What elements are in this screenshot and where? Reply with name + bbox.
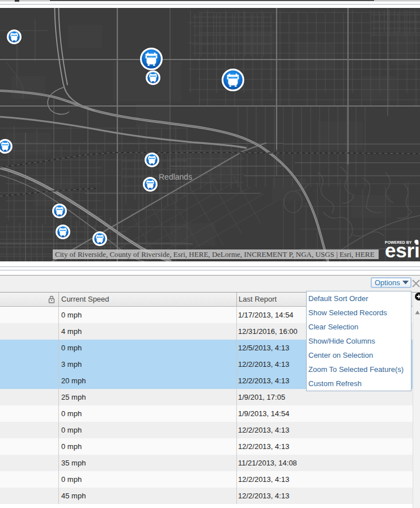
svg-text:Redlands: Redlands (159, 172, 192, 181)
svg-text:City of Riverside, County of R: City of Riverside, County of Riverside, … (55, 250, 375, 259)
svg-text:esri: esri (385, 239, 419, 261)
